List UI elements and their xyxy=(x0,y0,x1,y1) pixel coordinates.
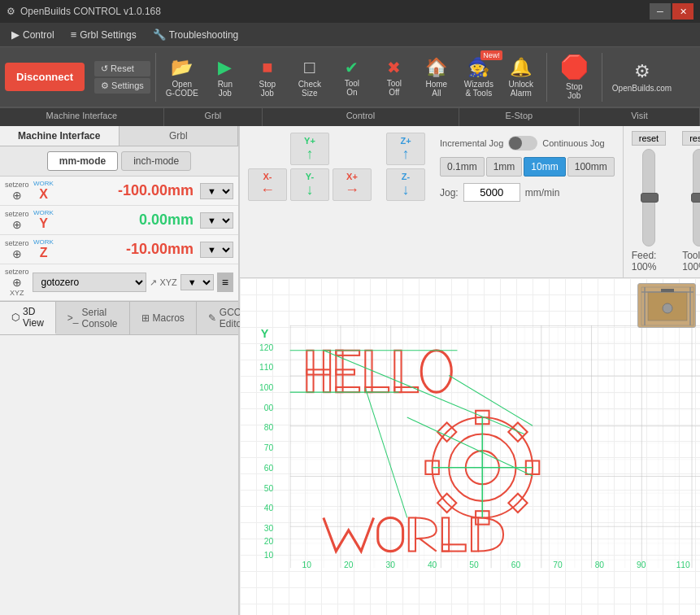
run-job-icon: ▶ xyxy=(218,57,232,78)
zplus-button[interactable]: Z+ ↑ xyxy=(386,133,425,165)
zminus-button[interactable]: Z- ↓ xyxy=(386,168,425,201)
xplus-arrow: → xyxy=(345,181,359,198)
home-all-label: HomeAll xyxy=(425,80,447,98)
control-menu-icon: ▶ xyxy=(11,28,20,41)
section-tabs: Machine Interface Grbl Control E-Stop Vi… xyxy=(0,108,700,126)
goto-extra-button[interactable]: ≡ xyxy=(217,273,233,292)
zminus-label: Z- xyxy=(402,172,410,181)
feed-slider-thumb[interactable] xyxy=(641,193,659,203)
mm-mode-button[interactable]: mm-mode xyxy=(47,151,118,171)
wizards-label: Wizards& Tools xyxy=(464,80,493,98)
goto-zero-select[interactable]: gotozero xyxy=(33,273,147,292)
jog-toggle-switch[interactable] xyxy=(508,136,537,150)
close-button[interactable]: ✕ xyxy=(672,3,693,20)
open-gcode-icon: 📂 xyxy=(171,57,193,78)
step-10mm[interactable]: 10mm xyxy=(524,157,565,177)
check-size-label: CheckSize xyxy=(298,80,321,98)
jog-speed-input[interactable] xyxy=(463,183,520,202)
xminus-arrow: ← xyxy=(260,181,275,198)
xplus-label: X+ xyxy=(346,172,358,181)
goto-dropdown[interactable]: ▼ xyxy=(180,274,214,290)
stop-job-button[interactable]: ■ StopJob xyxy=(247,54,288,101)
tool-off-button[interactable]: ✖ ToolOff xyxy=(374,55,415,100)
visit-tab: Visit xyxy=(580,108,700,126)
yplus-arrow: ↑ xyxy=(307,146,314,163)
tab-grbl[interactable]: Grbl xyxy=(120,126,239,146)
continuous-label: Continuous Jog xyxy=(542,138,604,148)
reset-button[interactable]: ↺ Reset xyxy=(94,61,150,76)
3d-view-icon: ⬡ xyxy=(11,312,20,323)
openbuilds-button[interactable]: ⚙ OpenBuilds.com xyxy=(607,58,676,96)
tool-slider-track[interactable] xyxy=(693,149,700,246)
svg-text:Y: Y xyxy=(261,327,269,340)
yminus-button[interactable]: Y- ↓ xyxy=(290,168,329,201)
menu-control[interactable]: ▶ Control xyxy=(3,25,63,44)
y-axis-dropdown[interactable]: ▼ xyxy=(200,212,233,229)
svg-text:40: 40 xyxy=(428,560,437,569)
step-01mm[interactable]: 0.1mm xyxy=(440,157,485,177)
x-axis-row: setzero ⊕ WORK X -100.00mm ▼ xyxy=(0,177,238,206)
check-size-icon: □ xyxy=(304,57,315,78)
run-job-button[interactable]: ▶ RunJob xyxy=(205,54,246,101)
svg-text:70: 70 xyxy=(264,443,274,452)
unlock-alarm-button[interactable]: 🔔 UnlockAlarm xyxy=(501,54,541,101)
feed-slider-track[interactable] xyxy=(642,149,655,246)
tab-serial-console[interactable]: >_ Serial Console xyxy=(56,302,130,334)
tool-reset-button[interactable]: reset xyxy=(682,131,700,146)
x-axis-dropdown[interactable]: ▼ xyxy=(200,183,233,199)
tab-macros[interactable]: ⊞ Macros xyxy=(130,302,197,334)
home-all-button[interactable]: 🏠 HomeAll xyxy=(416,54,457,101)
tool-slider-label: Tool: 100% xyxy=(682,250,700,273)
openbuilds-icon: ⚙ xyxy=(634,61,650,82)
menu-grbl-settings[interactable]: ≡ Grbl Settings xyxy=(63,25,145,44)
xminus-button[interactable]: X- ← xyxy=(248,168,287,201)
tool-slider-thumb[interactable] xyxy=(691,193,700,203)
z-axis-row: setzero ⊕ WORK Z -10.00mm ▼ xyxy=(0,235,238,264)
xyz-setzero-icon[interactable]: ⊕ xyxy=(12,276,22,289)
svg-point-6 xyxy=(663,303,672,313)
tab-machine-interface[interactable]: Machine Interface xyxy=(0,126,120,146)
xplus-button[interactable]: X+ → xyxy=(333,168,372,201)
macros-icon: ⊞ xyxy=(141,312,150,324)
menu-troubleshooting[interactable]: 🔧 Troubleshooting xyxy=(145,25,247,44)
disconnect-button[interactable]: Disconnect xyxy=(5,63,85,91)
settings-button[interactable]: ⚙ Settings xyxy=(94,78,150,94)
window-controls: ─ ✕ xyxy=(650,3,693,20)
settings-label: Settings xyxy=(111,81,144,90)
y-setzero-icon[interactable]: ⊕ xyxy=(12,218,22,231)
y-work-label: WORK xyxy=(33,209,54,216)
slider-section: reset Feed: 100% reset Tool: 100% xyxy=(623,126,700,277)
openbuilds-label: OpenBuilds.com xyxy=(612,84,672,93)
grbl-menu-label: Grbl Settings xyxy=(80,29,136,41)
run-job-label: RunJob xyxy=(218,80,233,98)
svg-text:80: 80 xyxy=(595,560,605,569)
step-100mm[interactable]: 100mm xyxy=(567,157,615,177)
z-axis-letter-wrap: WORK Z xyxy=(33,238,55,260)
z-setzero-icon[interactable]: ⊕ xyxy=(12,247,22,260)
z-work-label: WORK xyxy=(33,238,54,246)
grbl-menu-icon: ≡ xyxy=(71,28,77,41)
z-axis-dropdown[interactable]: ▼ xyxy=(200,242,233,258)
step-1mm[interactable]: 1mm xyxy=(486,157,523,177)
feed-reset-button[interactable]: reset xyxy=(632,131,666,146)
open-gcode-button[interactable]: 📂 OpenG-CODE xyxy=(161,54,203,101)
control-tab: Control xyxy=(263,108,459,126)
minimize-button[interactable]: ─ xyxy=(650,3,671,20)
yminus-label: Y- xyxy=(306,172,314,181)
x-setzero-icon[interactable]: ⊕ xyxy=(12,189,22,202)
yplus-button[interactable]: Y+ ↑ xyxy=(290,133,329,165)
gcode-editor-icon: ✎ xyxy=(208,312,216,324)
toolbar-sep-3 xyxy=(602,53,602,102)
check-size-button[interactable]: □ CheckSize xyxy=(289,54,330,101)
estop-icon: 🛑 xyxy=(560,54,589,81)
feed-slider-col: reset Feed: 100% xyxy=(632,131,666,273)
estop-button[interactable]: 🛑 StopJob xyxy=(552,50,597,103)
tool-on-button[interactable]: ✔ ToolOn xyxy=(332,55,372,100)
wizards-button[interactable]: 🧙 New! Wizards& Tools xyxy=(459,54,499,101)
trouble-menu-icon: 🔧 xyxy=(153,28,166,41)
main-tabs: Machine Interface Grbl xyxy=(0,126,238,146)
tab-3d-view[interactable]: ⬡ 3D View xyxy=(0,302,56,334)
xyz-setzero-label: setzero xyxy=(5,268,29,276)
inch-mode-button[interactable]: inch-mode xyxy=(121,151,191,171)
svg-text:80: 80 xyxy=(264,423,274,432)
